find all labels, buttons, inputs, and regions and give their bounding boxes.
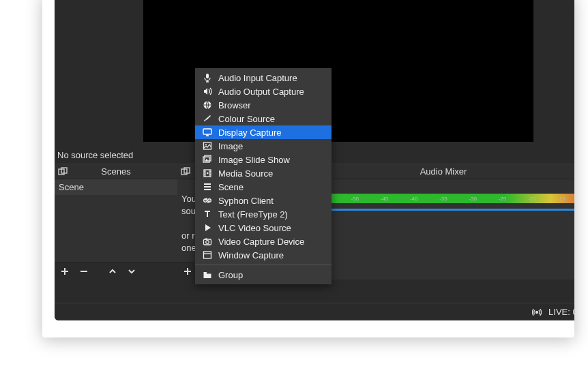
menu-item-audio-output-capture[interactable]: Audio Output Capture bbox=[195, 85, 332, 98]
menu-item-display-capture[interactable]: Display Capture bbox=[195, 125, 332, 139]
live-status-label: LIVE: 00:00 bbox=[548, 307, 574, 317]
menu-item-image-slide-show[interactable]: Image Slide Show bbox=[195, 153, 332, 166]
status-bar: LIVE: 00:00 bbox=[55, 303, 574, 320]
link-icon bbox=[202, 195, 213, 206]
svg-point-5 bbox=[536, 311, 538, 313]
menu-item-label: Audio Output Capture bbox=[218, 87, 304, 97]
slideshow-icon bbox=[202, 154, 213, 165]
volume-slider[interactable] bbox=[291, 206, 574, 213]
add-source-context-menu[interactable]: Audio Input CaptureAudio Output CaptureB… bbox=[195, 68, 332, 284]
menu-item-label: Media Source bbox=[218, 168, 273, 179]
no-source-label: No source selected bbox=[57, 150, 133, 160]
scenes-body[interactable]: Scene bbox=[55, 179, 177, 262]
play-icon bbox=[202, 222, 213, 233]
menu-item-browser[interactable]: Browser bbox=[195, 98, 332, 112]
scenes-footer bbox=[55, 262, 177, 280]
brush-icon bbox=[202, 113, 213, 124]
menu-item-label: Display Capture bbox=[218, 127, 282, 138]
tick: -50 bbox=[351, 196, 359, 202]
scene-item[interactable]: Scene bbox=[55, 179, 177, 195]
add-scene-button[interactable] bbox=[57, 264, 72, 279]
folder-icon bbox=[202, 269, 213, 280]
menu-item-vlc-video-source[interactable]: VLC Video Source bbox=[195, 221, 332, 235]
menu-item-syphon-client[interactable]: Syphon Client bbox=[195, 194, 332, 207]
menu-item-video-capture-device[interactable]: Video Capture Device bbox=[195, 235, 332, 248]
menu-item-image[interactable]: Image bbox=[195, 139, 332, 153]
menu-item-label: Syphon Client bbox=[218, 196, 274, 206]
menu-item-audio-input-capture[interactable]: Audio Input Capture bbox=[195, 71, 332, 85]
tick: -35 bbox=[439, 196, 447, 202]
menu-item-label: Audio Input Capture bbox=[218, 73, 297, 83]
slider-track bbox=[291, 209, 574, 211]
tick: -30 bbox=[469, 196, 477, 202]
camera-icon bbox=[202, 236, 213, 247]
menu-separator bbox=[195, 265, 332, 265]
move-scene-down-button[interactable] bbox=[124, 264, 139, 279]
scenes-header: Scenes bbox=[55, 164, 177, 179]
audio-meter: -60 -55 -50 -45 -40 -35 -30 -25 -20 -15 … bbox=[291, 194, 574, 203]
menu-item-label: Text (FreeType 2) bbox=[218, 209, 288, 220]
scene-list-icon bbox=[202, 181, 213, 192]
menu-item-label: Colour Source bbox=[218, 114, 275, 124]
menu-item-label: Scene bbox=[218, 182, 244, 192]
globe-icon bbox=[202, 100, 213, 110]
tick: -25 bbox=[499, 196, 507, 202]
window-icon bbox=[202, 250, 213, 260]
menu-item-label: Image Slide Show bbox=[218, 155, 290, 165]
menu-item-text-freetype-2-[interactable]: Text (FreeType 2) bbox=[195, 207, 332, 221]
menu-item-label: Browser bbox=[218, 100, 251, 110]
menu-item-colour-source[interactable]: Colour Source bbox=[195, 112, 332, 125]
speaker-icon bbox=[202, 86, 213, 97]
add-source-button[interactable] bbox=[180, 264, 195, 279]
text-icon bbox=[202, 209, 213, 220]
tick: -20 bbox=[528, 196, 536, 202]
remove-scene-button[interactable] bbox=[76, 264, 91, 279]
audio-mixer-title: Audio Mixer bbox=[420, 166, 467, 177]
menu-item-label: Image bbox=[218, 141, 243, 151]
mic-icon bbox=[202, 72, 213, 83]
menu-item-scene[interactable]: Scene bbox=[195, 180, 332, 194]
tick: -40 bbox=[410, 196, 418, 202]
tick: -15 bbox=[557, 196, 565, 202]
move-scene-up-button[interactable] bbox=[105, 264, 120, 279]
broadcast-icon bbox=[532, 308, 542, 317]
menu-item-group[interactable]: Group bbox=[195, 268, 332, 282]
tick: -45 bbox=[381, 196, 389, 202]
scenes-title: Scenes bbox=[101, 166, 130, 177]
audio-meter-ticks: -60 -55 -50 -45 -40 -35 -30 -25 -20 -15 … bbox=[291, 194, 574, 203]
menu-item-media-source[interactable]: Media Source bbox=[195, 166, 332, 180]
menu-item-window-capture[interactable]: Window Capture bbox=[195, 248, 332, 262]
popout-icon[interactable] bbox=[57, 166, 68, 177]
image-icon bbox=[202, 140, 213, 151]
menu-item-label: Window Capture bbox=[218, 250, 284, 260]
popout-icon[interactable] bbox=[180, 166, 191, 177]
menu-item-label: VLC Video Source bbox=[218, 223, 291, 233]
scenes-panel: Scenes Scene bbox=[55, 164, 177, 280]
film-icon bbox=[202, 168, 213, 179]
menu-item-label: Group bbox=[218, 270, 243, 280]
audio-channel-label: Mic/Aux bbox=[291, 182, 574, 192]
menu-item-label: Video Capture Device bbox=[218, 237, 304, 247]
monitor-icon bbox=[202, 127, 213, 138]
